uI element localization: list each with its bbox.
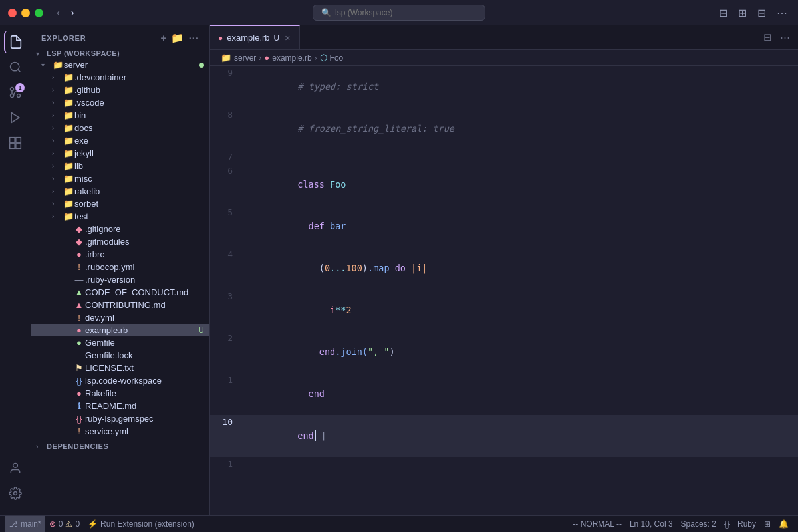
sidebar-item-readme[interactable]: ℹ README.md [31, 400, 209, 412]
sidebar-item-contributing[interactable]: ▲ CONTRIBUTING.md [31, 299, 209, 311]
minimize-button[interactable] [21, 9, 30, 17]
status-position[interactable]: Ln 10, Col 3 [626, 516, 677, 532]
sidebar-item-exe[interactable]: › 📁 exe [31, 134, 209, 147]
sidebar-item-rakelib[interactable]: › 📁 rakelib [31, 185, 209, 198]
status-language[interactable]: Ruby [733, 516, 760, 532]
folder-label: .vscode [74, 98, 209, 108]
sidebar-item-test[interactable]: › 📁 test [31, 210, 209, 223]
sidebar-item-gitignore[interactable]: ◆ .gitignore [31, 223, 209, 235]
status-notifications[interactable]: 🔔 [775, 516, 793, 532]
search-input[interactable] [335, 8, 477, 17]
code-line-1a: 1 end [210, 373, 798, 415]
line-number: 6 [210, 164, 243, 178]
close-button[interactable] [8, 9, 17, 17]
workspace-root[interactable]: ▾ LSP (WORKSPACE) [31, 48, 209, 59]
sidebar-item-license[interactable]: ⚑ LICENSE.txt [31, 362, 209, 374]
more-actions-button[interactable]: ⋯ [777, 29, 793, 46]
code-token: ) [389, 346, 394, 357]
breadcrumb-symbol[interactable]: Foo [330, 53, 344, 63]
sidebar-item-rubocop[interactable]: ! .rubocop.yml [31, 261, 209, 273]
more-actions-icon[interactable]: ⋯ [188, 32, 199, 44]
svg-rect-9 [10, 144, 15, 149]
sidebar-item-rakefile[interactable]: ● Rakefile [31, 387, 209, 400]
code-token: def [309, 221, 331, 231]
breadcrumb-separator: › [315, 53, 317, 63]
sidebar-item-vscode[interactable]: › 📁 .vscode [31, 96, 209, 109]
nav-back-button[interactable]: ‹ [54, 5, 63, 20]
dependencies-section[interactable]: › DEPENDENCIES [31, 440, 209, 452]
sidebar-item-ruby-version[interactable]: — .ruby-version [31, 273, 209, 286]
line-number: 10 [210, 415, 243, 429]
settings-button[interactable]: ⋯ [774, 5, 790, 21]
code-editor[interactable]: 9 # typed: strict 8 # frozen_string_lite… [210, 66, 798, 515]
sidebar-item-docs[interactable]: › 📁 docs [31, 122, 209, 134]
cursor [315, 430, 316, 441]
activity-search[interactable] [4, 56, 27, 78]
folder-label: bin [74, 110, 209, 120]
sidebar-item-workspace[interactable]: {} lsp.code-workspace [31, 374, 209, 387]
code-token: ( [319, 263, 325, 273]
file-icon: ● [73, 338, 85, 348]
chevron-right-icon: › [52, 99, 63, 106]
sidebar-item-bin[interactable]: › 📁 bin [31, 109, 209, 122]
customize-layout-button[interactable]: ⊟ [755, 5, 769, 21]
status-encoding[interactable]: {} [720, 516, 733, 532]
activity-explorer[interactable] [4, 31, 27, 53]
breadcrumb-server[interactable]: server [234, 53, 256, 63]
status-errors[interactable]: ⊗ 0 ⚠ 0 [45, 516, 84, 532]
sidebar-item-misc[interactable]: › 📁 misc [31, 172, 209, 185]
sidebar-item-gemfile[interactable]: ● Gemfile [31, 336, 209, 349]
sidebar-item-gitmodules[interactable]: ◆ .gitmodules [31, 235, 209, 248]
folder-label: docs [74, 123, 209, 133]
code-token: ... [330, 263, 346, 273]
sidebar-item-irbrc[interactable]: ● .irbrc [31, 248, 209, 261]
line-content: class Foo [243, 164, 798, 205]
sidebar-item-github[interactable]: › 📁 .github [31, 84, 209, 96]
sidebar-item-server[interactable]: ▾ 📁 server [31, 59, 209, 71]
maximize-button[interactable] [35, 9, 43, 17]
svg-point-3 [11, 88, 14, 91]
activity-source-control[interactable]: 1 [4, 81, 27, 104]
status-branch[interactable]: ⎇ main* [5, 516, 45, 532]
sidebar-item-devcontainer[interactable]: › 📁 .devcontainer [31, 71, 209, 84]
activity-settings[interactable] [4, 482, 27, 505]
sidebar-item-sorbet[interactable]: › 📁 sorbet [31, 198, 209, 210]
sidebar-header: EXPLORER + 📁 ⋯ [31, 25, 209, 48]
sidebar-item-service-yml[interactable]: ! service.yml [31, 425, 209, 438]
split-editor-button[interactable]: ⊟ [761, 29, 775, 46]
breadcrumb-file[interactable]: example.rb [272, 53, 311, 63]
folder-label: .devcontainer [74, 72, 209, 82]
sidebar-item-code-of-conduct[interactable]: ▲ CODE_OF_CONDUCT.md [31, 286, 209, 299]
line-content: end [243, 373, 798, 415]
search-bar[interactable]: 🔍 [313, 5, 485, 21]
sidebar-item-lib[interactable]: › 📁 lib [31, 160, 209, 172]
status-layout[interactable]: ⊞ [760, 516, 775, 532]
new-file-icon[interactable]: + [161, 32, 168, 44]
layout-button[interactable]: ⊞ [735, 5, 749, 21]
folder-icon: 📁 [63, 110, 74, 120]
line-content [243, 150, 798, 164]
chevron-right-icon: › [52, 175, 63, 182]
file-label: .rubocop.yml [85, 262, 209, 272]
split-editor-button[interactable]: ⊟ [716, 5, 730, 21]
status-run-task[interactable]: ⚡ Run Extension (extension) [84, 516, 198, 532]
nav-forward-button[interactable]: › [68, 5, 76, 20]
sidebar-item-example-rb[interactable]: ● example.rb U [31, 324, 209, 336]
line-content: # frozen_string_literal: true [243, 108, 798, 150]
activity-extensions[interactable] [4, 132, 27, 154]
status-spaces[interactable]: Spaces: 2 [677, 516, 720, 532]
new-folder-icon[interactable]: 📁 [171, 32, 184, 44]
tab-example-rb[interactable]: ● example.rb U × [210, 25, 300, 49]
chevron-right-icon: › [52, 200, 63, 207]
activity-accounts[interactable] [4, 457, 27, 479]
sidebar-item-jekyll[interactable]: › 📁 jekyll [31, 147, 209, 160]
line-number: 7 [210, 150, 243, 164]
tab-close-button[interactable]: × [283, 33, 291, 43]
status-vim-mode[interactable]: -- NORMAL -- [569, 516, 626, 532]
dependencies-label: DEPENDENCIES [47, 442, 108, 450]
sidebar-item-gemspec[interactable]: {} ruby-lsp.gemspec [31, 412, 209, 425]
sidebar-item-dev-yml[interactable]: ! dev.yml [31, 311, 209, 324]
sidebar-item-gemfile-lock[interactable]: — Gemfile.lock [31, 349, 209, 362]
activity-run-debug[interactable] [4, 106, 27, 129]
svg-rect-7 [10, 138, 15, 143]
